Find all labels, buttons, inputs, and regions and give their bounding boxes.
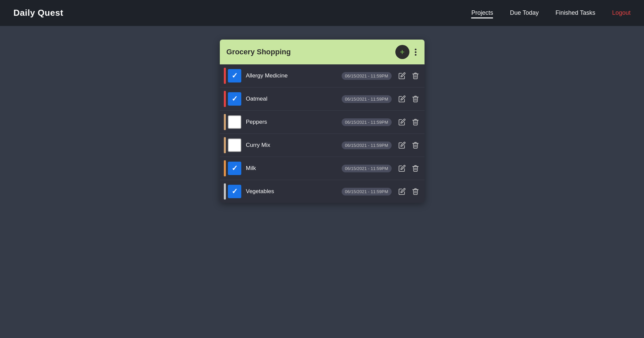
project-card: Grocery Shopping + ✓ Allergy Medicine 06…: [220, 40, 425, 203]
delete-task-button[interactable]: [410, 163, 420, 173]
nav-link-logout[interactable]: Logout: [612, 9, 631, 17]
delete-task-button[interactable]: [410, 94, 420, 104]
navbar: Daily Quest Projects Due Today Finished …: [0, 0, 644, 26]
task-checkbox[interactable]: ✓: [228, 162, 241, 175]
task-actions: [397, 140, 420, 150]
priority-bar: [224, 91, 226, 107]
task-due-date: 06/15/2021 - 11:59PM: [342, 72, 392, 80]
dot-1: [415, 49, 416, 50]
checkmark-icon: ✓: [232, 187, 238, 196]
trash-icon: [412, 72, 419, 79]
task-due-date: 06/15/2021 - 11:59PM: [342, 118, 392, 126]
trash-icon: [412, 165, 419, 172]
pencil-icon: [398, 95, 406, 103]
priority-bar: [224, 137, 226, 153]
task-name: Oatmeal: [246, 96, 342, 102]
task-item: ✓ Vegetables 06/15/2021 - 11:59PM: [220, 180, 425, 203]
delete-task-button[interactable]: [410, 71, 420, 81]
project-header: Grocery Shopping +: [220, 40, 425, 64]
nav-link-finished-tasks[interactable]: Finished Tasks: [555, 9, 595, 17]
checkmark-icon: ✓: [232, 164, 238, 173]
app-logo: Daily Quest: [13, 8, 63, 18]
delete-task-button[interactable]: [410, 186, 420, 196]
task-item: ✓ Oatmeal 06/15/2021 - 11:59PM: [220, 88, 425, 111]
add-task-button[interactable]: +: [395, 45, 409, 59]
priority-bar: [224, 160, 226, 176]
nav-item-projects[interactable]: Projects: [471, 9, 493, 16]
trash-icon: [412, 95, 419, 103]
task-actions: [397, 117, 420, 127]
main-content: Grocery Shopping + ✓ Allergy Medicine 06…: [0, 26, 644, 203]
edit-task-button[interactable]: [397, 140, 407, 150]
task-actions: [397, 94, 420, 104]
task-name: Vegetables: [246, 188, 342, 195]
task-actions: [397, 163, 420, 173]
task-item: ✓ Allergy Medicine 06/15/2021 - 11:59PM: [220, 64, 425, 88]
project-header-actions: +: [395, 45, 418, 59]
edit-task-button[interactable]: [397, 186, 407, 196]
task-due-date: 06/15/2021 - 11:59PM: [342, 95, 392, 103]
more-options-button[interactable]: [413, 47, 418, 57]
edit-task-button[interactable]: [397, 94, 407, 104]
task-actions: [397, 71, 420, 81]
pencil-icon: [398, 118, 406, 126]
nav-links: Projects Due Today Finished Tasks Logout: [471, 9, 631, 16]
task-item: Peppers 06/15/2021 - 11:59PM: [220, 111, 425, 134]
nav-item-logout[interactable]: Logout: [612, 9, 631, 16]
edit-task-button[interactable]: [397, 117, 407, 127]
trash-icon: [412, 118, 419, 126]
pencil-icon: [398, 188, 406, 195]
task-name: Peppers: [246, 119, 342, 125]
task-name: Milk: [246, 165, 342, 172]
delete-task-button[interactable]: [410, 140, 420, 150]
delete-task-button[interactable]: [410, 117, 420, 127]
dot-3: [415, 54, 416, 56]
priority-bar: [224, 183, 226, 200]
checkmark-icon: ✓: [232, 71, 238, 80]
pencil-icon: [398, 72, 406, 79]
task-item: Curry Mix 06/15/2021 - 11:59PM: [220, 134, 425, 157]
task-actions: [397, 186, 420, 196]
nav-item-due-today[interactable]: Due Today: [510, 9, 539, 16]
task-item: ✓ Milk 06/15/2021 - 11:59PM: [220, 157, 425, 180]
trash-icon: [412, 188, 419, 195]
edit-task-button[interactable]: [397, 71, 407, 81]
checkmark-icon: ✓: [232, 95, 238, 103]
task-name: Curry Mix: [246, 142, 342, 149]
nav-link-due-today[interactable]: Due Today: [510, 9, 539, 17]
project-title: Grocery Shopping: [227, 48, 291, 56]
task-checkbox[interactable]: ✓: [228, 92, 241, 106]
pencil-icon: [398, 142, 406, 149]
nav-item-finished-tasks[interactable]: Finished Tasks: [555, 9, 595, 16]
task-checkbox[interactable]: ✓: [228, 185, 241, 198]
task-due-date: 06/15/2021 - 11:59PM: [342, 142, 392, 149]
priority-bar: [224, 114, 226, 130]
task-checkbox[interactable]: [228, 138, 241, 152]
task-checkbox[interactable]: ✓: [228, 69, 241, 82]
priority-bar: [224, 68, 226, 84]
task-list: ✓ Allergy Medicine 06/15/2021 - 11:59PM: [220, 64, 425, 203]
nav-link-projects[interactable]: Projects: [471, 9, 493, 18]
dot-2: [415, 51, 416, 53]
pencil-icon: [398, 165, 406, 172]
task-due-date: 06/15/2021 - 11:59PM: [342, 165, 392, 172]
edit-task-button[interactable]: [397, 163, 407, 173]
trash-icon: [412, 142, 419, 149]
task-due-date: 06/15/2021 - 11:59PM: [342, 188, 392, 195]
task-name: Allergy Medicine: [246, 72, 342, 79]
task-checkbox[interactable]: [228, 115, 241, 129]
